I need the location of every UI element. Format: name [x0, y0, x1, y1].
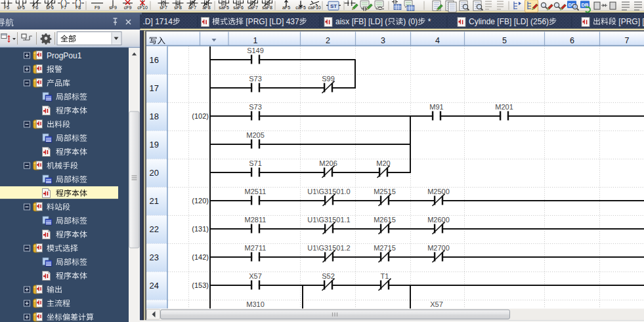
svg-text:F8: F8 — [75, 5, 81, 10]
svg-text:F7: F7 — [61, 5, 66, 10]
svg-text:sF5: sF5 — [17, 5, 25, 10]
svg-text:23: 23 — [150, 252, 159, 262]
svg-text:S71: S71 — [249, 159, 262, 167]
svg-text:aF7: aF7 — [188, 5, 196, 10]
svg-text:saF5: saF5 — [219, 5, 229, 10]
svg-text:M2511: M2511 — [245, 188, 267, 195]
svg-text:X57: X57 — [249, 272, 262, 280]
svg-text:19: 19 — [150, 140, 159, 150]
svg-text:4: 4 — [435, 36, 440, 45]
svg-text:*: * — [428, 17, 431, 26]
svg-text:18: 18 — [150, 111, 159, 121]
svg-text:M2600: M2600 — [427, 216, 450, 224]
svg-text:.D] 1714: .D] 1714 — [143, 17, 173, 26]
svg-text:caF5: caF5 — [295, 5, 306, 10]
svg-text:M2700: M2700 — [427, 244, 450, 252]
svg-text:X57: X57 — [430, 300, 443, 308]
svg-text:M205: M205 — [246, 131, 265, 139]
svg-text:ProgPou1: ProgPou1 — [47, 51, 82, 60]
svg-text:S52: S52 — [322, 272, 335, 280]
svg-text:M20: M20 — [376, 159, 390, 167]
svg-text:aisx [FB] [LD] (: aisx [FB] [LD] ( — [335, 17, 387, 26]
svg-text:(102): (102) — [192, 112, 209, 120]
svg-text:(131): (131) — [192, 225, 209, 233]
svg-text:M2515: M2515 — [374, 188, 396, 195]
svg-text:S73: S73 — [249, 103, 262, 111]
svg-text:[PRG] [L: [PRG] [L — [618, 17, 644, 26]
svg-text:20: 20 — [150, 168, 159, 178]
svg-text:F6: F6 — [33, 5, 38, 10]
svg-text:M91: M91 — [429, 103, 443, 111]
svg-text:) (0): ) (0) — [403, 17, 418, 26]
svg-text:saF7: saF7 — [247, 5, 258, 10]
svg-text:cF9: cF9 — [124, 5, 132, 10]
svg-text:7: 7 — [625, 36, 630, 45]
svg-text:ST: ST — [330, 3, 337, 9]
svg-text:M201: M201 — [495, 103, 513, 111]
svg-text:saF6: saF6 — [233, 5, 244, 10]
svg-text:(120): (120) — [192, 197, 209, 205]
svg-text:sF9: sF9 — [109, 5, 117, 10]
svg-text:16: 16 — [150, 55, 159, 65]
svg-text:17: 17 — [150, 83, 159, 93]
svg-text:22: 22 — [150, 224, 159, 234]
svg-text:M2715: M2715 — [374, 244, 396, 252]
svg-text:sF7: sF7 — [160, 5, 167, 10]
svg-text:6: 6 — [570, 36, 574, 45]
svg-text:aF5: aF5 — [282, 5, 290, 10]
svg-text:U1\G31501.1: U1\G31501.1 — [307, 216, 350, 224]
svg-text:T1: T1 — [381, 272, 389, 280]
svg-text:24: 24 — [150, 281, 159, 291]
svg-text:aF8: aF8 — [202, 5, 210, 10]
svg-text:[PRG] [LD] 437: [PRG] [LD] 437 — [246, 17, 299, 26]
svg-text:sF8: sF8 — [174, 5, 182, 10]
svg-text:21: 21 — [150, 196, 159, 206]
svg-text:M2811: M2811 — [245, 216, 267, 224]
svg-text:S99: S99 — [322, 75, 335, 83]
svg-text:M310: M310 — [246, 300, 265, 308]
svg-text:2: 2 — [326, 36, 330, 45]
svg-text:saF8: saF8 — [262, 5, 272, 10]
svg-text:S73: S73 — [249, 75, 262, 83]
svg-text:U1\G31501.0: U1\G31501.0 — [307, 188, 350, 195]
svg-text:S149: S149 — [247, 47, 264, 54]
svg-text:3: 3 — [381, 36, 385, 45]
svg-text:M206: M206 — [319, 159, 337, 167]
svg-text:cF10: cF10 — [137, 5, 148, 10]
svg-text:U1\G31501.2: U1\G31501.2 — [307, 244, 350, 252]
svg-text:5: 5 — [502, 36, 507, 45]
svg-text:(142): (142) — [192, 253, 209, 261]
svg-text:caF10: caF10 — [308, 5, 321, 10]
svg-text:M2500: M2500 — [427, 188, 450, 195]
svg-text:Cylinde [FB] [LD] (256): Cylinde [FB] [LD] (256) — [469, 17, 549, 26]
svg-text:(153): (153) — [192, 281, 209, 289]
svg-text:F5: F5 — [4, 5, 9, 10]
svg-text:1: 1 — [253, 36, 258, 45]
svg-text:M2615: M2615 — [374, 216, 396, 224]
svg-text:sF6: sF6 — [46, 5, 54, 10]
svg-text:M2711: M2711 — [245, 244, 267, 252]
svg-text:F9: F9 — [95, 5, 100, 10]
